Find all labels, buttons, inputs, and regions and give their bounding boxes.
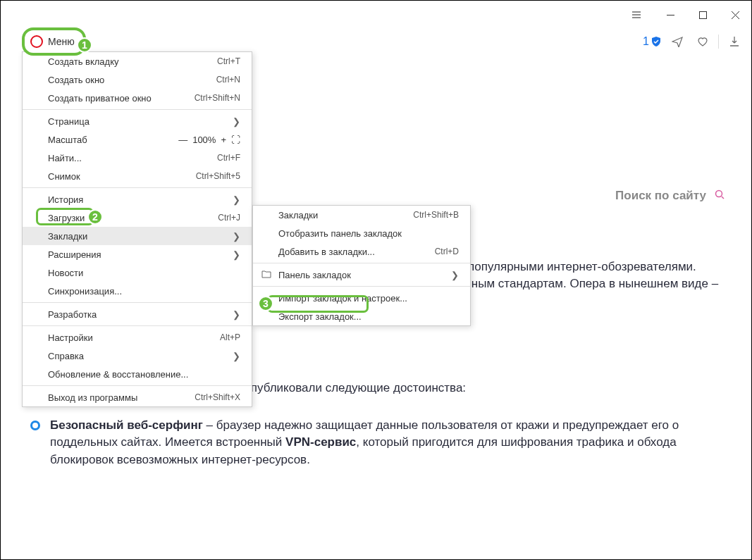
chevron-right-icon: ❯ bbox=[233, 309, 240, 320]
annotation-badge-1: 1 bbox=[77, 37, 92, 53]
menu-item-downloads[interactable]: ЗагрузкиCtrl+J bbox=[23, 209, 252, 227]
close-button[interactable] bbox=[719, 1, 751, 29]
bullet-lead: Безопасный веб-серфинг bbox=[50, 418, 203, 432]
menu-item-page[interactable]: Страница❯ bbox=[23, 112, 252, 130]
zoom-out-button[interactable]: — bbox=[178, 135, 187, 145]
menu-item-sync[interactable]: Синхронизация... bbox=[23, 282, 252, 300]
annotation-badge-2: 2 bbox=[87, 209, 103, 225]
shield-badge[interactable]: 1 bbox=[643, 35, 662, 48]
menu-item-news[interactable]: Новости bbox=[23, 263, 252, 282]
chevron-right-icon: ❯ bbox=[233, 351, 240, 361]
send-icon[interactable] bbox=[667, 32, 687, 51]
svg-rect-0 bbox=[699, 11, 706, 18]
bullet-item: Безопасный веб-серфинг – браузер надежно… bbox=[30, 417, 732, 469]
address-bar-tools: 1 bbox=[643, 29, 744, 54]
chevron-right-icon: ❯ bbox=[233, 231, 240, 242]
menu-item-extensions[interactable]: Расширения❯ bbox=[23, 245, 252, 263]
menu-item-settings[interactable]: НастройкиAlt+P bbox=[23, 328, 252, 347]
shield-count: 1 bbox=[643, 35, 649, 48]
opera-menu-button[interactable]: Меню bbox=[22, 27, 86, 56]
menu-label: Меню bbox=[48, 36, 75, 47]
menu-item-new-private-window[interactable]: Создать приватное окноCtrl+Shift+N bbox=[23, 89, 252, 107]
menu-item-bookmarks[interactable]: Закладки❯ bbox=[23, 227, 252, 245]
search-icon[interactable] bbox=[715, 187, 725, 205]
chevron-right-icon: ❯ bbox=[233, 194, 240, 205]
downloads-icon[interactable] bbox=[725, 32, 744, 51]
annotation-badge-3: 3 bbox=[258, 296, 273, 311]
opera-logo-icon bbox=[30, 35, 43, 48]
menu-item-snapshot[interactable]: СнимокCtrl+Shift+5 bbox=[23, 167, 252, 185]
menu-item-history[interactable]: История❯ bbox=[23, 190, 252, 209]
chevron-right-icon: ❯ bbox=[233, 116, 240, 127]
menu-item-update-recovery[interactable]: Обновление & восстановление... bbox=[23, 365, 252, 383]
folder-icon bbox=[261, 269, 271, 281]
chevron-right-icon: ❯ bbox=[233, 249, 240, 260]
zoom-in-button[interactable]: + bbox=[221, 135, 226, 145]
search-label[interactable]: Поиск по сайту bbox=[615, 187, 706, 205]
minimize-button[interactable] bbox=[654, 1, 686, 29]
bullet-icon bbox=[30, 421, 40, 430]
zoom-reset-button[interactable]: ⛶ bbox=[231, 135, 240, 145]
menu-item-find[interactable]: Найти...Ctrl+F bbox=[23, 149, 252, 167]
maximize-button[interactable] bbox=[686, 1, 719, 29]
vpn-text: VPN-сервис bbox=[285, 435, 356, 449]
chevron-right-icon: ❯ bbox=[451, 270, 459, 280]
submenu-item-bookmarks[interactable]: ЗакладкиCtrl+Shift+B bbox=[253, 206, 470, 224]
easy-setup-icon[interactable] bbox=[620, 1, 653, 29]
submenu-item-export[interactable]: Экспорт закладок... bbox=[253, 307, 470, 325]
submenu-item-bookmark-bar[interactable]: Панель закладок❯ bbox=[253, 266, 470, 284]
window-controls bbox=[654, 1, 751, 29]
heart-icon[interactable] bbox=[693, 32, 713, 51]
svg-point-1 bbox=[716, 191, 722, 197]
submenu-item-import[interactable]: Импорт закладок и настроек... bbox=[253, 289, 470, 307]
opera-main-menu: Создать вкладкуCtrl+T Создать окноCtrl+N… bbox=[22, 51, 252, 407]
bookmarks-submenu: ЗакладкиCtrl+Shift+B Отобразить панель з… bbox=[252, 205, 471, 326]
menu-item-developer[interactable]: Разработка❯ bbox=[23, 305, 252, 323]
menu-item-help[interactable]: Справка❯ bbox=[23, 347, 252, 365]
menu-item-zoom[interactable]: Масштаб — 100% + ⛶ bbox=[23, 130, 252, 149]
zoom-value: 100% bbox=[192, 135, 216, 145]
submenu-item-add-bookmark[interactable]: Добавить в закладки...Ctrl+D bbox=[253, 242, 470, 261]
submenu-item-show-bar[interactable]: Отобразить панель закладок bbox=[253, 224, 470, 242]
menu-item-new-window[interactable]: Создать окноCtrl+N bbox=[23, 70, 252, 89]
menu-item-exit[interactable]: Выход из программыCtrl+Shift+X bbox=[23, 388, 252, 406]
